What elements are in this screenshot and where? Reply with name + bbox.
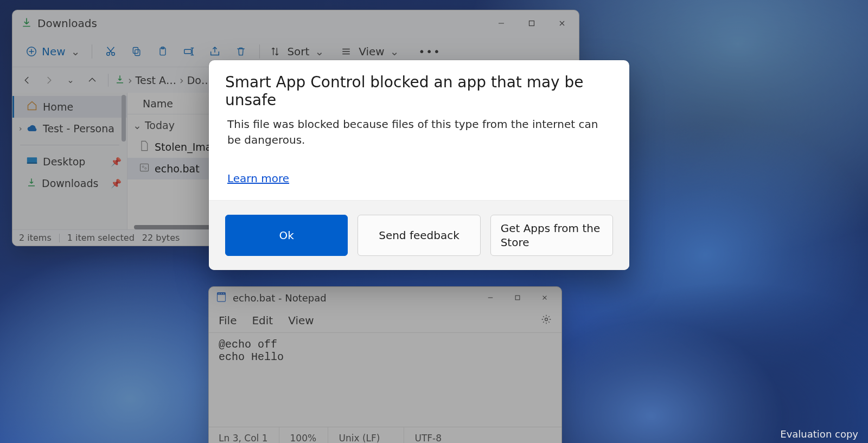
dialog-title: Smart App Control blocked an app that ma… (225, 73, 613, 109)
dialog-button-row: Ok Send feedback Get Apps from the Store (209, 200, 629, 270)
ok-button[interactable]: Ok (225, 215, 348, 256)
dialog-message: This file was blocked because files of t… (225, 117, 605, 148)
evaluation-copy-watermark: Evaluation copy (780, 428, 858, 440)
get-apps-from-store-button[interactable]: Get Apps from the Store (490, 215, 613, 256)
learn-more-link[interactable]: Learn more (225, 172, 289, 185)
send-feedback-button[interactable]: Send feedback (358, 215, 480, 256)
smart-app-control-dialog: Smart App Control blocked an app that ma… (209, 60, 629, 270)
